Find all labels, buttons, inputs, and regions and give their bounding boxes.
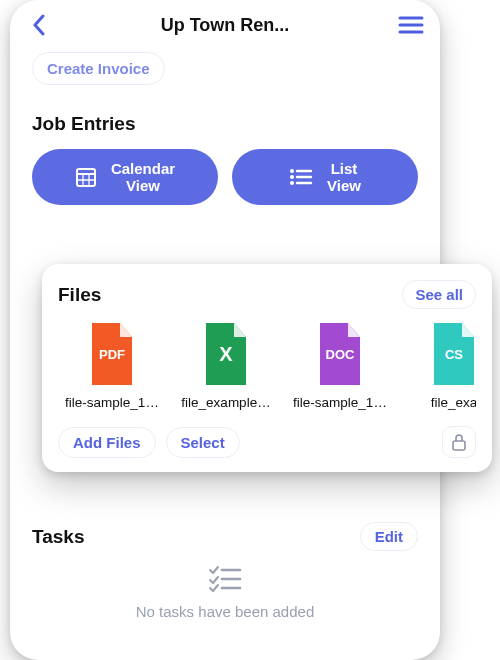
tasks-empty-text: No tasks have been added [136,603,314,620]
select-files-button[interactable]: Select [166,427,240,458]
file-badge: PDF [99,347,125,362]
add-files-button[interactable]: Add Files [58,427,156,458]
chevron-left-icon [32,14,46,36]
calendar-icon [75,166,97,188]
files-see-all-label: See all [415,286,463,303]
create-invoice-button[interactable]: Create Invoice [32,52,165,85]
file-excel-icon: X [202,323,250,385]
svg-point-9 [290,175,294,179]
file-name: file_exa [431,395,476,410]
file-item[interactable]: X file_example… [172,323,280,410]
list-icon [289,167,313,187]
file-doc-icon: DOC [316,323,364,385]
list-view-button[interactable]: List View [232,149,418,205]
file-item[interactable]: PDF file-sample_1… [58,323,166,410]
select-files-label: Select [181,434,225,451]
svg-point-10 [290,181,294,185]
svg-rect-3 [77,169,95,186]
file-name: file-sample_1… [65,395,159,410]
svg-point-8 [290,169,294,173]
top-nav: Up Town Ren... [10,0,440,50]
file-badge: X [219,343,232,366]
files-row[interactable]: PDF file-sample_1… X file_example… [58,323,476,410]
tasks-section: Tasks Edit No tasks have been added [10,522,440,620]
tasks-title: Tasks [32,526,84,548]
checklist-icon [208,565,242,597]
hamburger-icon [398,15,424,35]
tasks-edit-button[interactable]: Edit [360,522,418,551]
lock-icon [451,433,467,451]
create-invoice-label: Create Invoice [47,60,150,77]
page-title: Up Town Ren... [10,15,440,36]
back-button[interactable] [24,10,54,40]
calendar-view-label: Calendar View [111,160,175,195]
menu-button[interactable] [396,10,426,40]
file-item[interactable]: CS file_exa [400,323,476,410]
file-item[interactable]: DOC file-sample_1… [286,323,394,410]
files-card: Files See all PDF file-sample_1… [42,264,492,472]
job-entries-title: Job Entries [32,113,418,135]
tasks-edit-label: Edit [375,528,403,545]
add-files-label: Add Files [73,434,141,451]
files-lock-button[interactable] [442,426,476,458]
list-view-label: List View [327,160,361,195]
file-name: file_example… [181,395,270,410]
files-title: Files [58,284,101,306]
job-entries-section: Job Entries Calendar View [10,113,440,205]
file-badge: CS [445,347,463,362]
file-name: file-sample_1… [293,395,387,410]
view-toggle-row: Calendar View List View [32,149,418,205]
files-actions: Add Files Select [58,426,476,458]
files-see-all-button[interactable]: See all [402,280,476,309]
tasks-empty-state: No tasks have been added [32,565,418,620]
file-badge: DOC [326,347,355,362]
calendar-view-button[interactable]: Calendar View [32,149,218,205]
svg-rect-17 [453,441,465,450]
file-pdf-icon: PDF [88,323,136,385]
file-csv-icon: CS [430,323,476,385]
